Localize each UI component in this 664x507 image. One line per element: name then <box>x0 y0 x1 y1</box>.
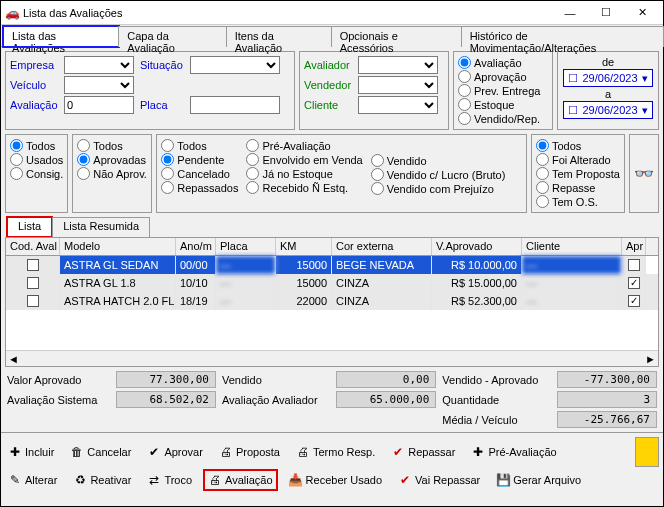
receber-usado-button[interactable]: 📥Receber Usado <box>286 471 385 489</box>
tab-opcionais[interactable]: Opcionais e Acessórios <box>331 26 462 47</box>
col-km[interactable]: KM <box>276 238 332 255</box>
veiculo-select[interactable] <box>64 76 134 94</box>
tab-lista-avaliacoes[interactable]: Lista das Avaliações <box>3 26 119 47</box>
label-vendido-aprovado: Vendido - Aprovado <box>442 374 551 386</box>
col-ano[interactable]: Ano/m <box>176 238 216 255</box>
apr-check[interactable]: ✓ <box>628 295 640 307</box>
tab-historico[interactable]: Histórico de Movimentação/Alterações <box>461 26 664 47</box>
subtab-lista[interactable]: Lista <box>7 217 52 237</box>
radio-aprovacao[interactable]: Aprovação <box>458 70 548 83</box>
proposta-button[interactable]: 🖨Proposta <box>216 443 283 461</box>
reativar-button[interactable]: ♻Reativar <box>70 471 134 489</box>
check-icon: ✔ <box>398 473 412 487</box>
rg4-temos[interactable]: Tem O.S. <box>536 195 620 208</box>
cliente-select[interactable] <box>358 96 438 114</box>
row-check[interactable] <box>27 259 39 271</box>
rg3-vendlucro[interactable]: Vendido c/ Lucro (Bruto) <box>371 168 506 181</box>
label-vendido: Vendido <box>222 374 330 386</box>
rg4-todos[interactable]: Todos <box>536 139 620 152</box>
troco-button[interactable]: ⇄Troco <box>144 471 195 489</box>
rg2-naoaprov[interactable]: Não Aprov. <box>77 167 147 180</box>
rg3-jaestoque[interactable]: Já no Estoque <box>246 167 362 180</box>
check-icon: ✔ <box>391 445 405 459</box>
vendedor-select[interactable] <box>358 76 438 94</box>
label-veiculo: Veículo <box>10 79 62 91</box>
apr-check[interactable]: ✓ <box>628 277 640 289</box>
col-codaval[interactable]: Cod. Aval <box>6 238 60 255</box>
rg3-cancelado[interactable]: Cancelado <box>161 167 238 180</box>
table-row[interactable]: ASTRA GL SEDAN 00/00 — 15000 BEGE NEVADA… <box>6 256 658 274</box>
tab-capa[interactable]: Capa da Avaliação <box>118 26 226 47</box>
radio-vendido-rep[interactable]: Vendido/Rep. <box>458 112 548 125</box>
tab-itens[interactable]: Itens da Avaliação <box>226 26 332 47</box>
label-av-avaliador: Avaliação Avaliador <box>222 394 330 406</box>
cancelar-button[interactable]: 🗑Cancelar <box>67 443 134 461</box>
col-placa[interactable]: Placa <box>216 238 276 255</box>
radio-prev-entrega[interactable]: Prev. Entrega <box>458 84 548 97</box>
date-a[interactable]: ☐ 29/06/2023 ▾ <box>563 101 652 119</box>
close-button[interactable]: ✕ <box>625 3 659 23</box>
receive-icon: 📥 <box>289 473 303 487</box>
rg2-aprovadas[interactable]: Aprovadas <box>77 153 147 166</box>
avaliacao-button[interactable]: 🖨Avaliação <box>205 471 276 489</box>
rg3-todos[interactable]: Todos <box>161 139 238 152</box>
vai-repassar-button[interactable]: ✔Vai Repassar <box>395 471 483 489</box>
rg3-recnesq[interactable]: Recebido Ñ Estq. <box>246 181 362 194</box>
search-icon[interactable]: 👓 <box>634 164 654 183</box>
rg2-todos[interactable]: Todos <box>77 139 147 152</box>
alterar-button[interactable]: ✎Alterar <box>5 471 60 489</box>
rg3-vendprej[interactable]: Vendido com Prejuízo <box>371 182 506 195</box>
minimize-button[interactable]: — <box>553 3 587 23</box>
rg1-usados[interactable]: Usados <box>10 153 63 166</box>
aprovar-button[interactable]: ✔Aprovar <box>144 443 206 461</box>
avaliacao-input[interactable] <box>64 96 134 114</box>
row-check[interactable] <box>27 295 39 307</box>
value-av-avaliador: 65.000,00 <box>336 391 436 408</box>
maximize-button[interactable]: ☐ <box>589 3 623 23</box>
apr-check[interactable]: ✓ <box>628 259 640 271</box>
main-tabs: Lista das Avaliações Capa da Avaliação I… <box>1 25 663 47</box>
preavaliacao-button[interactable]: ✚Pré-Avaliação <box>468 443 559 461</box>
empresa-select[interactable] <box>64 56 134 74</box>
col-modelo[interactable]: Modelo <box>60 238 176 255</box>
printer-icon: 🖨 <box>296 445 310 459</box>
horizontal-scrollbar[interactable]: ◄► <box>6 350 658 366</box>
repassar-button[interactable]: ✔Repassar <box>388 443 458 461</box>
plus-icon: ✚ <box>8 445 22 459</box>
printer-icon: 🖨 <box>219 445 233 459</box>
rg1-consig[interactable]: Consig. <box>10 167 63 180</box>
value-vendido: 0,00 <box>336 371 436 388</box>
rg3-vendido[interactable]: Vendido <box>371 154 506 167</box>
exit-button[interactable] <box>635 437 659 467</box>
file-icon: 💾 <box>496 473 510 487</box>
radio-estoque[interactable]: Estoque <box>458 98 548 111</box>
table-row[interactable]: ASTRA GL 1.8 10/10 — 15000 CINZA R$ 15.0… <box>6 274 658 292</box>
rg1-todos[interactable]: Todos <box>10 139 63 152</box>
rg3-envvenda[interactable]: Envolvido em Venda <box>246 153 362 166</box>
rg4-foialt[interactable]: Foi Alterado <box>536 153 620 166</box>
col-cor[interactable]: Cor externa <box>332 238 432 255</box>
situacao-select[interactable] <box>190 56 280 74</box>
rg3-repassados[interactable]: Repassados <box>161 181 238 194</box>
label-empresa: Empresa <box>10 59 62 71</box>
date-de[interactable]: ☐ 29/06/2023 ▾ <box>563 69 652 87</box>
results-grid[interactable]: Cod. Aval Modelo Ano/m Placa KM Cor exte… <box>5 237 659 367</box>
row-check[interactable] <box>27 277 39 289</box>
rg3-preav[interactable]: Pré-Avaliação <box>246 139 362 152</box>
window-title: Lista das Avaliações <box>19 7 553 19</box>
incluir-button[interactable]: ✚Incluir <box>5 443 57 461</box>
gerar-arquivo-button[interactable]: 💾Gerar Arquivo <box>493 471 584 489</box>
termo-button[interactable]: 🖨Termo Resp. <box>293 443 378 461</box>
titlebar: 🚗 Lista das Avaliações — ☐ ✕ <box>1 1 663 25</box>
col-cliente[interactable]: Cliente <box>522 238 622 255</box>
avaliador-select[interactable] <box>358 56 438 74</box>
rg4-repasse[interactable]: Repasse <box>536 181 620 194</box>
rg4-temprop[interactable]: Tem Proposta <box>536 167 620 180</box>
rg3-pendente[interactable]: Pendente <box>161 153 238 166</box>
radio-avaliacao[interactable]: Avaliação <box>458 56 548 69</box>
placa-input[interactable] <box>190 96 280 114</box>
col-vap[interactable]: V.Aprovado <box>432 238 522 255</box>
subtab-resumida[interactable]: Lista Resumida <box>52 217 150 237</box>
col-apr[interactable]: Apr <box>622 238 646 255</box>
table-row[interactable]: ASTRA HATCH 2.0 FL 18/19 — 22000 CINZA R… <box>6 292 658 310</box>
